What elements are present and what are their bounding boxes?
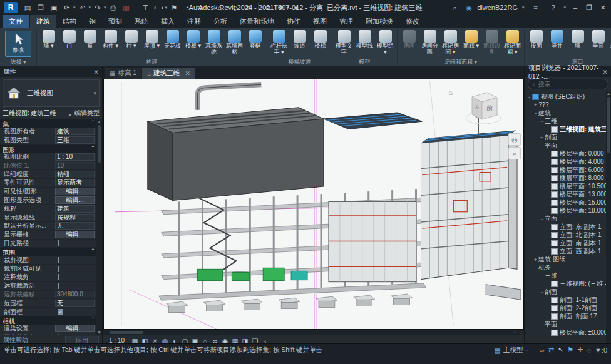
expand-icon[interactable]: + (533, 256, 538, 263)
collapse-icon[interactable]: - (539, 321, 545, 328)
cart-icon[interactable]: ⌗ (529, 2, 542, 13)
ribbon-button[interactable]: 模型组 ▾ (375, 29, 396, 55)
edit-type-button[interactable]: 编辑类型 (74, 109, 100, 118)
close-button[interactable]: ✕ (598, 4, 607, 12)
property-checkbox[interactable] (58, 240, 59, 246)
ribbon-button[interactable]: 模型文字 (334, 29, 354, 55)
ribbon-button[interactable]: 模型线 (354, 29, 375, 49)
tree-item[interactable]: +??? (525, 101, 606, 109)
measure-icon[interactable]: ⊤ (140, 2, 152, 13)
ribbon-tab-10[interactable]: 协作 (280, 15, 307, 28)
property-group-header[interactable]: 范围ˆ (0, 248, 96, 256)
panel-caption-select[interactable]: 选择 ▾ (1, 58, 35, 66)
links-icon[interactable]: ⇄ (548, 346, 554, 354)
viewcube[interactable]: ⌂ 左 前 (448, 87, 502, 127)
tree-item[interactable]: 楼层平面: 13.000 (525, 190, 606, 198)
property-value[interactable]: 1 : 10 (55, 153, 95, 161)
property-checkbox[interactable] (58, 274, 59, 280)
ribbon-tab-8[interactable]: 分析 (207, 15, 234, 28)
tree-item[interactable]: 楼层平面: 8.000 (525, 174, 606, 182)
ribbon-button[interactable]: 柱 ▾ (121, 29, 141, 49)
ribbon-tab-14[interactable]: 修改 (399, 15, 426, 28)
ribbon-tab-11[interactable]: 视图 (307, 15, 333, 28)
ribbon-button[interactable]: 标记房间 ▾ (440, 29, 461, 55)
property-checkbox[interactable] (58, 257, 59, 263)
panel-caption[interactable]: 构建 (38, 58, 265, 66)
tree-item[interactable]: +剖面 (525, 133, 606, 141)
collapse-icon[interactable]: - (526, 94, 532, 100)
modify-button[interactable]: 修改 (5, 31, 31, 57)
ribbon-button[interactable]: 竖井 (547, 29, 567, 49)
ribbon-button[interactable]: 幕墙系统 (203, 29, 224, 55)
tree-item[interactable]: -建筑 (525, 109, 606, 117)
property-edit-button[interactable]: 编辑... (55, 188, 95, 195)
ribbon-tab-3[interactable]: 钢 (83, 15, 102, 28)
tree-item[interactable]: -视图 (SEC组织) (525, 93, 606, 101)
ribbon-tab-13[interactable]: 附加模块 (359, 15, 399, 28)
tag-icon[interactable]: ⚑ (168, 2, 180, 13)
ribbon-tab-5[interactable]: 系统 (128, 15, 155, 28)
group-collapse-icon[interactable]: ˆ (92, 317, 94, 325)
redo-dropdown-icon[interactable]: ▾ (104, 5, 106, 10)
steering-wheel-icon[interactable]: ◎ (508, 133, 521, 146)
ribbon-button[interactable]: 栏杆扶手 ▾ (269, 29, 289, 55)
user-menu-chevron-icon[interactable]: ▾ (522, 5, 525, 10)
tree-item[interactable]: 楼层平面: 15.000 (525, 198, 606, 206)
project-browser-close-icon[interactable]: ✕ (602, 68, 608, 76)
ribbon-button[interactable]: 面积 ▾ (461, 29, 481, 49)
property-checkbox[interactable]: ✓ (58, 309, 63, 315)
group-collapse-icon[interactable]: ˆ (92, 120, 94, 128)
user-name[interactable]: diwenB22RG (477, 4, 518, 11)
tree-item[interactable]: 三维视图: (三维 - (525, 280, 606, 288)
tree-item[interactable]: 三维视图: 建筑三 (525, 125, 606, 133)
horizontal-scrollbar[interactable]: › .: (103, 330, 524, 335)
select-underlay-icon[interactable]: ↖ (558, 346, 563, 354)
restore-button[interactable]: ❐ (585, 4, 593, 12)
ribbon-button[interactable]: 竖梃 (245, 29, 265, 49)
viewcube-home-icon[interactable]: ⌂ (448, 88, 453, 97)
expand-icon[interactable]: + (539, 134, 545, 141)
ribbon-button[interactable]: 楼梯 (310, 29, 331, 49)
property-value[interactable]: 三维 (55, 136, 95, 144)
ribbon-button[interactable]: 屋顶 ▾ (141, 29, 162, 49)
ribbon-button[interactable]: 坡道 (289, 29, 310, 49)
tree-item[interactable]: -机务 (525, 263, 606, 271)
collapse-icon[interactable]: - (539, 216, 545, 222)
undo-dropdown-icon[interactable]: ▾ (89, 5, 91, 10)
view-tab-1[interactable]: ⌂建筑三维✕ (142, 68, 195, 79)
property-group-header[interactable]: 相机ˆ (0, 316, 96, 325)
help-chevron-icon[interactable]: ▾ (563, 5, 566, 10)
property-value[interactable]: 无 (55, 300, 95, 307)
property-edit-button[interactable]: 编辑... (55, 325, 95, 332)
tree-item[interactable]: -立面 (525, 215, 606, 223)
tree-item[interactable]: 楼层平面: ±0.000 (525, 328, 606, 336)
ribbon-tab-1[interactable]: 建筑 (30, 15, 56, 28)
help-icon[interactable]: ? (547, 2, 559, 13)
tree-item[interactable]: 楼层平面: 6.000 (525, 166, 606, 174)
ribbon-button[interactable]: 垂直 (588, 29, 608, 49)
ribbon-button[interactable]: 老虎窗 (608, 29, 611, 49)
aligned-dimension-dropdown-icon[interactable]: ▾ (165, 5, 168, 10)
tree-item[interactable]: +建筑-图纸 (525, 255, 606, 263)
property-value[interactable]: 无 (55, 222, 95, 230)
view-tab-close-icon[interactable]: ✕ (185, 69, 190, 77)
group-collapse-icon[interactable]: ˆ (92, 146, 94, 153)
property-value[interactable]: 建筑 (55, 128, 95, 135)
property-group-header[interactable]: 集ˆ (0, 119, 96, 128)
undo-icon[interactable]: ↶ (76, 2, 89, 13)
zoom-icon[interactable]: ⌕ (508, 147, 521, 159)
property-value[interactable]: 建筑 (55, 205, 95, 213)
ribbon-button[interactable]: 楼板 ▾ (183, 29, 203, 49)
scroll-right-icon[interactable]: › (512, 330, 518, 335)
property-group-header[interactable]: 图形ˆ (0, 145, 96, 153)
design-options-control[interactable]: ▤ 主模型 ⌄ (494, 346, 528, 355)
ribbon-button[interactable]: 门 (59, 29, 80, 49)
property-edit-button[interactable]: 编辑... (55, 231, 95, 238)
tree-item[interactable]: 楼层平面: 4.000 (525, 158, 606, 166)
tree-item[interactable]: 剖面: 剖面 17 (525, 312, 606, 320)
tree-item[interactable]: -三维 (525, 117, 606, 125)
collapse-icon[interactable]: - (533, 110, 538, 116)
browser-scrollbar[interactable]: ▲▼ (606, 91, 611, 346)
property-value[interactable]: 显示两者 (55, 179, 95, 186)
sync-dropdown-icon[interactable]: ▾ (73, 5, 76, 10)
